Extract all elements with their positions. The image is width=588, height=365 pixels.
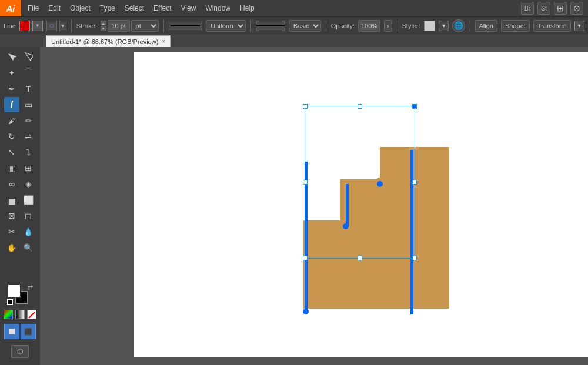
warp-tool[interactable]: ⤵ — [21, 145, 36, 160]
tool-row-11: ⊠ ◻ — [4, 208, 36, 223]
direct-select-tool[interactable] — [21, 49, 36, 65]
tool-row-12: ✂ 💧 — [4, 224, 36, 239]
profile-icon[interactable]: ⬡ — [46, 21, 57, 31]
stroke-spinner: ▲ ▼ ptpxmm — [101, 20, 159, 32]
menu-file[interactable]: File — [24, 3, 43, 14]
stroke-color-group: ▼ — [19, 21, 43, 31]
menu-bar: Ai File Edit Object Type Select Effect V… — [0, 0, 588, 16]
mesh-tool[interactable]: ⊞ — [21, 160, 36, 176]
screen-mode-row: ⬜ ⬛ — [4, 324, 36, 339]
menu-items: File Edit Object Type Select Effect View… — [21, 3, 259, 14]
zoom-tool[interactable]: 🔍 — [21, 240, 36, 255]
stroke-profile-preview[interactable] — [169, 21, 203, 31]
canvas-area — [40, 47, 588, 365]
line-segment-tool[interactable]: / — [4, 97, 19, 112]
anchor-top-mid — [377, 181, 383, 187]
eyedropper-tool[interactable]: 💧 — [21, 224, 36, 239]
blue-line-right — [410, 150, 413, 314]
menu-object[interactable]: Object — [66, 3, 95, 14]
workspace-grid-btn[interactable]: ⊞ — [554, 2, 567, 15]
transform-more-btn[interactable]: ▼ — [574, 21, 584, 31]
tools-panel: ✦ ⌒ ✒ T / ▭ 🖌 ✏ — [0, 47, 40, 365]
gradient-btn[interactable] — [15, 310, 25, 319]
selection-tool[interactable] — [4, 49, 19, 65]
divider-5 — [397, 20, 397, 32]
align-btn[interactable]: Align — [475, 20, 497, 32]
menu-window[interactable]: Window — [201, 3, 235, 14]
tool-row-1 — [4, 49, 36, 65]
styler-swatch[interactable] — [424, 21, 435, 31]
stroke-profile-select[interactable]: Uniform — [206, 20, 246, 32]
stroke-down[interactable]: ▼ — [101, 26, 106, 31]
divider-3 — [250, 20, 251, 32]
opacity-input[interactable] — [358, 20, 380, 32]
search-icon-btn[interactable]: ⊙ — [570, 2, 583, 15]
opacity-label: Opacity: — [331, 22, 355, 29]
hand-tool[interactable]: ✋ — [4, 240, 19, 255]
menu-view[interactable]: View — [177, 3, 201, 14]
stroke-up[interactable]: ▲ — [101, 21, 106, 25]
stair-top-rect — [380, 147, 449, 185]
gradient-tool[interactable]: ▥ — [4, 160, 19, 176]
menu-select[interactable]: Select — [121, 3, 148, 14]
stroke-style-preview[interactable] — [256, 21, 285, 31]
none-btn[interactable] — [27, 310, 36, 319]
profile-dropdown[interactable]: ▼ — [59, 21, 66, 31]
stroke-style-select[interactable]: Basic — [289, 20, 321, 32]
global-style-btn[interactable]: 🌐 — [452, 19, 465, 32]
rectangle-tool[interactable]: ▭ — [21, 97, 36, 112]
eraser-tool[interactable]: ◻ — [21, 208, 36, 223]
stair-mid-rect — [340, 179, 449, 226]
symbol-tool[interactable]: ◈ — [21, 176, 36, 192]
paintbrush-tool[interactable]: 🖌 — [4, 113, 19, 128]
pencil-tool[interactable]: ✏ — [21, 113, 36, 128]
tool-row-6: ↻ ⇌ — [4, 129, 36, 144]
artboard-tool[interactable]: ⬜ — [21, 192, 36, 207]
menu-effect[interactable]: Effect — [149, 3, 175, 14]
scissors-tool[interactable]: ✂ — [4, 224, 19, 239]
stroke-value-input[interactable] — [108, 20, 130, 32]
column-graph-tool[interactable]: ▅ — [4, 192, 19, 207]
stroke-unit-select[interactable]: ptpxmm — [131, 20, 159, 32]
rotate-tool[interactable]: ↻ — [4, 129, 19, 144]
tab-close-btn[interactable]: × — [162, 38, 165, 45]
artboards-icon[interactable]: ⬡ — [11, 345, 29, 358]
magic-wand-tool[interactable]: ✦ — [4, 65, 19, 81]
line-type-label: Line — [4, 22, 16, 29]
screen-mode-normal[interactable]: ⬜ — [4, 324, 19, 339]
blend-tool[interactable]: ∞ — [4, 176, 19, 192]
menu-edit[interactable]: Edit — [44, 3, 65, 14]
stroke-label: Stroke: — [76, 22, 97, 29]
blue-line-left — [305, 162, 308, 312]
color-btn[interactable] — [4, 310, 13, 319]
expand-opacity-btn[interactable]: › — [384, 20, 392, 32]
stock-icon-btn[interactable]: St — [537, 2, 550, 15]
document-tab[interactable]: Untitled-1* @ 66.67% (RGB/Preview) × — [46, 35, 171, 47]
fill-type-selector[interactable]: ▼ — [32, 21, 43, 31]
lasso-tool[interactable]: ⌒ — [21, 65, 36, 81]
menu-help[interactable]: Help — [236, 3, 259, 14]
pen-tool[interactable]: ✒ — [4, 81, 19, 96]
tool-row-9: ∞ ◈ — [4, 176, 36, 192]
slice-tool[interactable]: ⊠ — [4, 208, 19, 223]
menu-type[interactable]: Type — [96, 3, 119, 14]
swap-colors-btn[interactable]: ⇄ — [28, 284, 33, 292]
main-area: ✦ ⌒ ✒ T / ▭ 🖌 ✏ — [0, 47, 588, 365]
screen-mode-full[interactable]: ⬛ — [21, 324, 36, 339]
transform-btn[interactable]: Transform — [533, 20, 571, 32]
options-toolbar: Line ▼ ⬡ ▼ Stroke: ▲ ▼ ptpxmm Uniform Ba… — [0, 16, 588, 34]
styler-dropdown[interactable]: ▼ — [439, 21, 449, 31]
bridge-icon-btn[interactable]: Br — [521, 2, 534, 15]
reflect-tool[interactable]: ⇌ — [21, 129, 36, 144]
fill-color-swatch[interactable] — [7, 284, 21, 298]
scale-tool[interactable]: ⤡ — [4, 145, 19, 160]
divider-6 — [470, 20, 470, 32]
default-colors-btn[interactable] — [7, 299, 13, 305]
tool-row-7: ⤡ ⤵ — [4, 145, 36, 160]
type-tool[interactable]: T — [21, 81, 36, 96]
divider-1 — [71, 20, 72, 32]
anchor-mid — [343, 223, 349, 229]
stroke-arrows[interactable]: ▲ ▼ — [101, 21, 106, 31]
divider-4 — [326, 20, 326, 32]
stroke-color-swatch[interactable] — [19, 21, 30, 31]
